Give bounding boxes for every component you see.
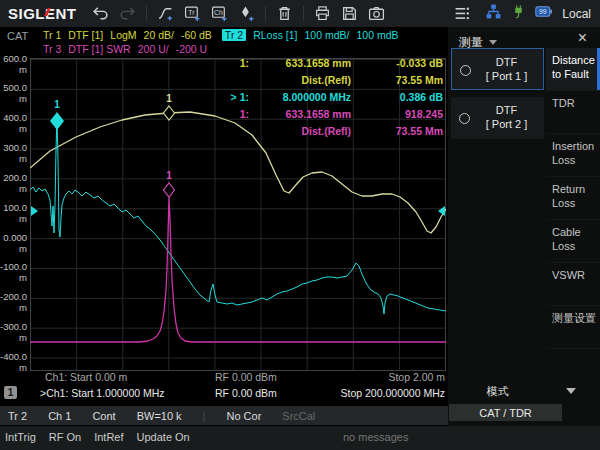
sweep-add-icon (157, 5, 174, 22)
close-icon: × (578, 29, 587, 46)
status-bar: Tr 2Ch 1ContBW=10 k|No CorSrcCal (0, 406, 448, 425)
print-button[interactable] (309, 2, 336, 25)
trace-row-1: Tr 1DTF [1]LogM20 dB/-60 dBTr 2RLoss [1]… (43, 29, 408, 41)
menu-item-distance-to-fault[interactable]: Distance to Fault (546, 48, 600, 91)
y-axis-label: 400.0 m (0, 112, 27, 134)
readout-value: 633.1658 mm (249, 108, 351, 120)
channel-info-row-dtf: Ch1: Start 0.00 m RF 0.00 dBm Stop 2.00 … (0, 371, 448, 386)
y-axis-label: 0.000 m (0, 232, 27, 254)
trace-param: 20 dB/ (144, 29, 174, 41)
printer-icon (314, 5, 331, 22)
save-button[interactable] (336, 2, 363, 25)
dtf-port-2-button[interactable]: DTF[ Port 2 ] (451, 97, 544, 139)
mode-dropdown-label: 模式 (487, 385, 509, 397)
readout-value: 1: (209, 57, 249, 69)
panel-close-button[interactable]: × (572, 28, 593, 48)
undo-icon (92, 5, 109, 22)
readout-value: 918.245 (351, 108, 443, 120)
reference-level-triangle-icon[interactable] (438, 206, 445, 216)
readout-value: > 1: (209, 91, 249, 103)
delete-button[interactable] (271, 2, 298, 25)
readout-row: > 1:8.000000 MHz0.386 dB (209, 88, 443, 105)
y-axis-label: -200.0 m (0, 291, 27, 313)
marker-readout: 1:633.1658 mm-0.033 dBDist.(Refl)73.55 M… (209, 54, 443, 139)
add-trace-button[interactable]: Tr (179, 2, 206, 25)
trace-tr2-rloss (30, 116, 446, 314)
menu-item-measure-settings[interactable]: 测量设置 (546, 306, 600, 349)
sweep-add-button[interactable] (152, 2, 179, 25)
chevron-down-icon (489, 40, 497, 45)
marker-label-tr2: 1 (54, 99, 60, 110)
status-separator: | (203, 410, 206, 422)
readout-row: 1:633.1658 mm-0.033 dB (209, 54, 443, 71)
menu-item-cable-loss[interactable]: Cable Loss (546, 220, 600, 263)
menu-item-return-loss[interactable]: Return Loss (546, 177, 600, 220)
dtf-port-1-button[interactable]: DTF[ Port 1 ] (451, 48, 544, 90)
undo-button[interactable] (87, 2, 114, 25)
trace-entry-tr-2[interactable]: Tr 2RLoss [1]100 mdB/100 mdB (222, 29, 399, 41)
readout-value: -0.033 dB (351, 57, 443, 69)
y-axis-label: 200.0 m (0, 172, 27, 194)
bottom-item-inttrig: IntTrig (5, 431, 36, 443)
marker-diamond-tr3[interactable] (164, 183, 175, 197)
analyzer-screen: SIGLENT Tr Ch (0, 0, 600, 450)
trace-param: -200 U (176, 43, 208, 55)
readout-value: 633.1658 mm (249, 57, 351, 69)
mode-button-cat-tdr[interactable]: CAT / TDR (449, 404, 562, 421)
readout-value: 73.55 Mm (351, 125, 443, 137)
lan-icon[interactable] (485, 3, 502, 24)
bottom-item-update-on: Update On (137, 431, 190, 443)
status-item-bw-10-k: BW=10 k (137, 410, 182, 422)
redo-button[interactable] (114, 2, 141, 25)
mode-dropdown[interactable]: 模式 (451, 384, 544, 399)
add-marker-button[interactable] (233, 2, 260, 25)
message-label: no messages (343, 431, 408, 443)
menu-item-tdr[interactable]: TDR (546, 91, 600, 134)
status-item-no-cor: No Cor (226, 410, 261, 422)
trace-label[interactable]: Tr 1 (43, 29, 61, 41)
bottom-item-intref: IntRef (94, 431, 123, 443)
y-axis-label: 600.0 m (0, 53, 27, 75)
mode-label: CAT (7, 30, 28, 42)
channel-stop: Stop 200.000000 MHz (341, 387, 446, 399)
readout-value: 8.000000 MHz (249, 91, 351, 103)
usb-icon[interactable] (511, 3, 526, 24)
local-label[interactable]: Local (562, 7, 591, 21)
trace-param: -60 dB (181, 29, 212, 41)
top-toolbar: SIGLENT Tr Ch (0, 0, 600, 27)
menu-item-vswr[interactable]: VSWR (546, 263, 600, 306)
camera-icon (368, 5, 385, 22)
reference-level-triangle-icon[interactable] (31, 206, 38, 216)
brand-logo: SIGLENT (8, 5, 77, 22)
y-axis-label: -100.0 m (0, 261, 27, 283)
readout-row: 1:633.1658 mm918.245 (209, 105, 443, 122)
bottom-bar-items: IntTrigRF OnIntRefUpdate On (5, 431, 190, 443)
add-channel-button[interactable]: Ch (206, 2, 233, 25)
trace-label[interactable]: Tr 2 (222, 29, 246, 41)
trace-row-2: Tr 3DTF [1] SWR200 U/-200 U (43, 43, 217, 55)
readout-value: 0.386 dB (351, 91, 443, 103)
trace-param: DTF [1] (68, 29, 103, 41)
toolbar-separator (265, 6, 266, 21)
svg-text:Ch: Ch (214, 9, 223, 16)
marker-label-tr1: 1 (166, 93, 172, 104)
bottom-bar: IntTrigRF OnIntRefUpdate On no messages (0, 426, 600, 450)
toolbar-separator (146, 6, 147, 21)
trace-label[interactable]: Tr 3 (43, 43, 61, 55)
marker-diamond-tr1[interactable] (164, 106, 175, 120)
trace-entry-tr-1[interactable]: Tr 1DTF [1]LogM20 dB/-60 dB (43, 29, 212, 41)
trace-param: 100 mdB/ (305, 29, 350, 41)
menu-item-insertion-loss[interactable]: Insertion Loss (546, 134, 600, 177)
menu-button[interactable] (449, 2, 476, 25)
trace-param: 200 U/ (138, 43, 169, 55)
side-panel: 测量 × DTF[ Port 1 ]DTF[ Port 2 ] Distance… (448, 27, 600, 426)
trash-icon (276, 5, 293, 22)
readout-row: Dist.(Refl)73.55 Mm (209, 122, 443, 139)
trace-entry-tr-3[interactable]: Tr 3DTF [1] SWR200 U/-200 U (43, 43, 207, 55)
channel-rf-power: RF 0.00 dBm (215, 387, 277, 399)
screenshot-button[interactable] (363, 2, 390, 25)
marker-diamond-tr2[interactable] (50, 112, 64, 130)
battery-icon[interactable]: 99 (535, 3, 553, 24)
readout-value: Dist.(Refl) (249, 74, 351, 86)
port-button-label: DTF[ Port 2 ] (471, 103, 542, 131)
